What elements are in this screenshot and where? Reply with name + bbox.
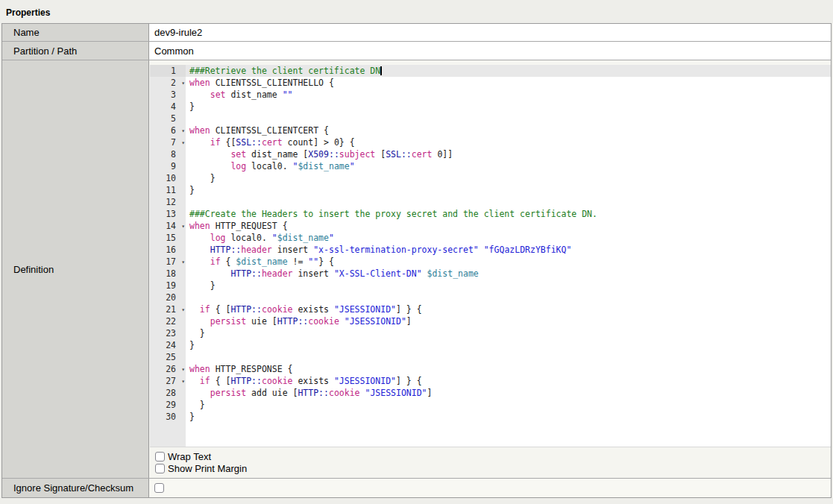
fold-arrow-icon[interactable]: ▾	[181, 125, 185, 137]
line-number: 24	[150, 339, 186, 351]
code-text: persist uie [HTTP::cookie "JSESSIONID"]	[186, 315, 831, 327]
editor-options: Wrap Text Show Print Margin	[150, 447, 831, 478]
code-line[interactable]: 20	[150, 292, 831, 303]
code-text: }	[186, 172, 831, 184]
code-line[interactable]: 9 log local0. "$dist_name"	[150, 160, 831, 172]
line-number: 3	[150, 89, 186, 101]
code-text: log local0. "$dist_name"	[186, 160, 831, 172]
code-text: }	[186, 399, 831, 411]
line-number: 1	[150, 65, 186, 77]
code-text	[186, 196, 831, 208]
line-number: 7▾	[150, 136, 186, 148]
code-line[interactable]: 21▾ if { [HTTP::cookie exists "JSESSIONI…	[150, 303, 831, 315]
line-number: 19	[150, 280, 186, 292]
properties-table: Name dev9-irule2 Partition / Path Common…	[1, 23, 832, 498]
name-label: Name	[2, 24, 149, 41]
definition-label: Definition	[2, 60, 149, 478]
code-line[interactable]: 27▾ if { [HTTP::cookie exists "JSESSIONI…	[150, 375, 831, 387]
code-text: if {[SSL::cert count] > 0} {	[186, 136, 831, 148]
line-number: 22	[150, 315, 186, 327]
wrap-text-option: Wrap Text	[155, 450, 831, 462]
wrap-text-checkbox[interactable]	[155, 452, 165, 462]
row-ignore-signature: Ignore Signature/Checksum	[2, 479, 831, 497]
name-value: dev9-irule2	[149, 24, 831, 41]
partition-path-label: Partition / Path	[2, 42, 149, 60]
line-number: 18	[150, 268, 186, 280]
code-line[interactable]: 30}	[150, 411, 831, 423]
code-text	[186, 113, 831, 125]
line-number: 30	[150, 411, 186, 423]
code-text: }	[186, 184, 831, 196]
line-number: 2▾	[150, 77, 186, 89]
code-line[interactable]: 15 log local0. "$dist_name"	[150, 232, 831, 244]
line-number: 13	[150, 208, 186, 220]
code-line[interactable]: 18 HTTP::header insert "X-SSL-Client-DN"…	[150, 268, 831, 280]
code-line[interactable]: 22 persist uie [HTTP::cookie "JSESSIONID…	[150, 315, 831, 327]
row-name: Name dev9-irule2	[2, 24, 831, 42]
code-text: when CLIENTSSL_CLIENTCERT {	[186, 125, 831, 136]
code-line[interactable]: 12	[150, 196, 831, 208]
line-number: 10	[150, 172, 186, 184]
code-text: }	[186, 101, 831, 113]
code-text: }	[186, 327, 831, 339]
code-line[interactable]: 14▾when HTTP_REQUEST {	[150, 220, 831, 232]
code-lines: 1###Retrieve the client certificate DN2▾…	[150, 65, 831, 423]
fold-arrow-icon[interactable]: ▾	[181, 137, 185, 149]
code-editor[interactable]: 1###Retrieve the client certificate DN2▾…	[150, 65, 831, 447]
code-line[interactable]: 16 HTTP::header insert "x-ssl-terminatio…	[150, 244, 831, 256]
ignore-signature-checkbox[interactable]	[154, 483, 164, 493]
code-text	[186, 292, 831, 303]
code-line[interactable]: 13###Create the Headers to insert the pr…	[150, 208, 831, 220]
line-number: 9	[150, 160, 186, 172]
code-line[interactable]: 17▾ if { $dist_name != ""} {	[150, 256, 831, 268]
code-line[interactable]: 25	[150, 351, 831, 363]
code-line[interactable]: 6▾when CLIENTSSL_CLIENTCERT {	[150, 125, 831, 136]
line-number: 21▾	[150, 303, 186, 315]
fold-arrow-icon[interactable]: ▾	[181, 364, 185, 376]
code-line[interactable]: 4}	[150, 101, 831, 113]
text-cursor	[380, 66, 382, 75]
code-line[interactable]: 5	[150, 113, 831, 125]
code-line[interactable]: 23 }	[150, 327, 831, 339]
code-text: if { [HTTP::cookie exists "JSESSIONID"] …	[186, 303, 831, 315]
ignore-signature-label: Ignore Signature/Checksum	[2, 479, 149, 497]
fold-arrow-icon[interactable]: ▾	[181, 376, 185, 388]
code-text: set dist_name [X509::subject [SSL::cert …	[186, 148, 831, 160]
code-line[interactable]: 11}	[150, 184, 831, 196]
code-text: HTTP::header insert "x-ssl-termination-p…	[186, 244, 831, 256]
row-partition-path: Partition / Path Common	[2, 42, 831, 60]
code-line[interactable]: 24}	[150, 339, 831, 351]
code-line[interactable]: 2▾when CLIENTSSL_CLIENTHELLO {	[150, 77, 831, 89]
show-print-margin-label: Show Print Margin	[168, 463, 247, 474]
code-line[interactable]: 10 }	[150, 172, 831, 184]
code-line[interactable]: 28 persist add uie [HTTP::cookie "JSESSI…	[150, 387, 831, 399]
code-line[interactable]: 3 set dist_name ""	[150, 89, 831, 101]
line-number: 25	[150, 351, 186, 363]
code-text: HTTP::header insert "X-SSL-Client-DN" $d…	[186, 268, 831, 280]
line-number: 6▾	[150, 125, 186, 136]
code-text: set dist_name ""	[186, 89, 831, 101]
fold-arrow-icon[interactable]: ▾	[181, 221, 185, 233]
code-line[interactable]: 7▾ if {[SSL::cert count] > 0} {	[150, 136, 831, 148]
line-number: 16	[150, 244, 186, 256]
code-text: when HTTP_REQUEST {	[186, 220, 831, 232]
line-number: 14▾	[150, 220, 186, 232]
fold-arrow-icon[interactable]: ▾	[181, 304, 185, 316]
code-line[interactable]: 1###Retrieve the client certificate DN	[150, 65, 831, 77]
line-number: 8	[150, 148, 186, 160]
ignore-signature-cell	[149, 479, 831, 497]
code-line[interactable]: 19 }	[150, 280, 831, 292]
definition-cell: 1###Retrieve the client certificate DN2▾…	[149, 60, 831, 478]
line-number: 28	[150, 387, 186, 399]
code-line[interactable]: 29 }	[150, 399, 831, 411]
code-line[interactable]: 26▾when HTTP_RESPONSE {	[150, 363, 831, 375]
line-number: 4	[150, 101, 186, 113]
fold-arrow-icon[interactable]: ▾	[181, 256, 185, 268]
fold-arrow-icon[interactable]: ▾	[181, 78, 185, 89]
code-text: }	[186, 280, 831, 292]
code-text: when CLIENTSSL_CLIENTHELLO {	[186, 77, 831, 89]
show-print-margin-checkbox[interactable]	[155, 464, 165, 473]
code-text: log local0. "$dist_name"	[186, 232, 831, 244]
line-number: 11	[150, 184, 186, 196]
code-line[interactable]: 8 set dist_name [X509::subject [SSL::cer…	[150, 148, 831, 160]
